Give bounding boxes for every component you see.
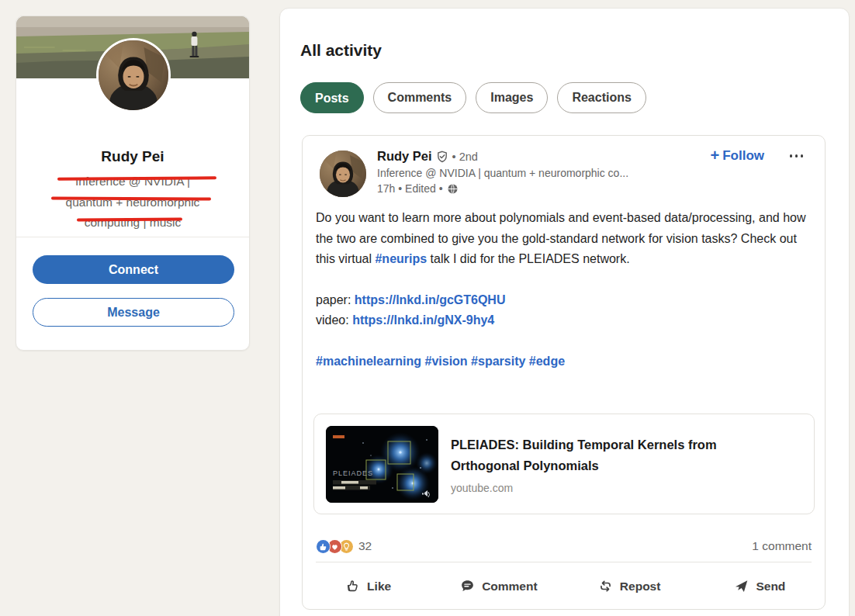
- post-author-degree: • 2nd: [452, 151, 478, 163]
- link-preview-card[interactable]: PLEIADES PLEIADES: Building Tempor: [313, 414, 815, 514]
- profile-headline: Inference @ NVIDIA | quantum + neuromorp…: [16, 171, 249, 234]
- filter-pill-images[interactable]: Images: [476, 82, 548, 113]
- post-text: Do you want to learn more about polynomi…: [316, 208, 812, 270]
- thumbnail-title-text: PLEIADES: [333, 469, 373, 477]
- profile-card-divider: [16, 237, 249, 237]
- send-label: Send: [756, 580, 785, 594]
- post-text-segment: talk I did for the PLEIADES network.: [427, 252, 629, 265]
- follow-label: Follow: [722, 148, 764, 164]
- linkedin-activity-page: { "profile": { "name": "Rudy Pei", "head…: [0, 0, 855, 616]
- send-icon: [733, 578, 749, 594]
- comment-label: Comment: [482, 580, 537, 594]
- activity-panel: All activity Posts Comments Images React…: [279, 8, 850, 616]
- link-preview-title[interactable]: PLEIADES: Building Temporal Kernels from…: [451, 434, 784, 476]
- hashtag-sparsity[interactable]: #sparsity: [471, 355, 525, 368]
- social-counts-row: 32 1 comment: [316, 535, 812, 558]
- like-label: Like: [367, 580, 391, 594]
- hashtag-neurips[interactable]: #neurips: [375, 252, 427, 265]
- profile-headline-line3: computing | music: [16, 213, 249, 234]
- post-author-name[interactable]: Rudy Pei: [377, 149, 432, 164]
- comment-button[interactable]: Comment: [433, 562, 563, 610]
- like-button[interactable]: Like: [303, 562, 433, 610]
- paper-link[interactable]: https://lnkd.in/gcGT6QHU: [355, 293, 506, 306]
- reactions-summary[interactable]: 32: [316, 539, 372, 554]
- video-label: video:: [316, 313, 352, 327]
- profile-card: Rudy Pei Inference @ NVIDIA | quantum + …: [16, 16, 250, 351]
- profile-headline-line1: Inference @ NVIDIA |: [16, 171, 249, 192]
- profile-headline-line2: quantum + neuromorphic: [16, 192, 249, 213]
- hashtag-vision[interactable]: #vision: [425, 355, 468, 368]
- filter-pill-posts[interactable]: Posts: [300, 82, 364, 113]
- follow-button[interactable]: + Follow: [710, 147, 764, 164]
- profile-name: Rudy Pei: [16, 148, 249, 165]
- globe-icon: [447, 183, 459, 195]
- connect-button[interactable]: Connect: [33, 255, 234, 284]
- comment-icon: [459, 578, 476, 594]
- hashtag-edge[interactable]: #edge: [529, 355, 565, 368]
- profile-avatar[interactable]: [96, 38, 171, 112]
- post-author-avatar[interactable]: [320, 151, 366, 197]
- post-links: paper: https://lnkd.in/gcGT6QHU video: h…: [316, 290, 812, 331]
- post-card: Rudy Pei • 2nd Inference @ NVIDIA | quan…: [302, 135, 826, 610]
- paper-label: paper:: [316, 293, 355, 306]
- message-button[interactable]: Message: [33, 298, 234, 327]
- plus-icon: +: [710, 147, 719, 164]
- hashtag-machinelearning[interactable]: #machinelearning: [316, 355, 421, 368]
- video-link[interactable]: https://lnkd.in/gNX-9hy4: [352, 313, 494, 327]
- reaction-count: 32: [358, 539, 372, 553]
- reaction-like-icon: [316, 539, 331, 554]
- activity-title: All activity: [300, 41, 382, 60]
- repost-button[interactable]: Repost: [564, 562, 694, 610]
- filter-pill-comments[interactable]: Comments: [373, 82, 467, 113]
- comment-count[interactable]: 1 comment: [752, 539, 812, 553]
- post-actions-bar: Like Comment: [303, 562, 825, 610]
- link-preview-text: PLEIADES: Building Temporal Kernels from…: [451, 434, 784, 494]
- post-overflow-menu-icon[interactable]: [787, 151, 807, 161]
- link-preview-domain: youtube.com: [451, 482, 784, 494]
- post-header: Rudy Pei • 2nd Inference @ NVIDIA | quan…: [377, 149, 628, 195]
- filter-pill-reactions[interactable]: Reactions: [557, 82, 646, 113]
- post-timestamp: 17h • Edited •: [377, 182, 443, 195]
- repost-icon: [597, 578, 614, 594]
- activity-filter-bar: Posts Comments Images Reactions: [300, 82, 646, 113]
- repost-label: Repost: [620, 580, 661, 594]
- verified-badge-icon: [436, 151, 448, 163]
- send-button[interactable]: Send: [694, 562, 825, 610]
- post-author-headline: Inference @ NVIDIA | quantum + neuromorp…: [377, 167, 628, 179]
- video-thumbnail: PLEIADES: [326, 426, 438, 503]
- post-body: Do you want to learn more about polynomi…: [316, 208, 812, 372]
- post-hashtags: #machinelearning #vision #sparsity #edge: [316, 351, 812, 372]
- like-icon: [344, 578, 361, 594]
